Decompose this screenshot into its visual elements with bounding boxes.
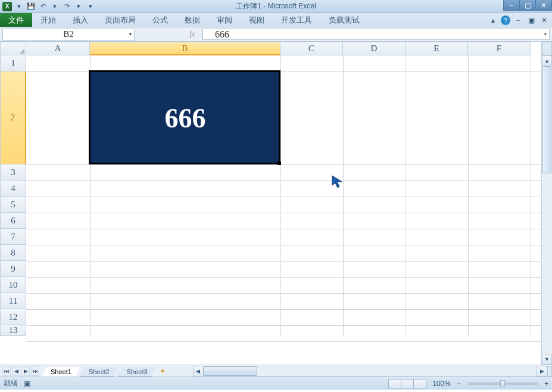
sheet-nav-last-icon[interactable]: ⏭ bbox=[31, 366, 39, 376]
ribbon-tab-home[interactable]: 开始 bbox=[32, 13, 64, 27]
save-icon[interactable]: 💾 bbox=[26, 2, 36, 11]
sheet-tabs-row: ⏮ ◀ ▶ ⏭ Sheet1 Sheet2 Sheet3 ✦ ◀ ▶ bbox=[0, 365, 552, 377]
new-sheet-icon[interactable]: ✦ bbox=[156, 365, 169, 377]
zoom-slider[interactable] bbox=[467, 382, 538, 385]
qat-dropdown-icon[interactable]: ▾ bbox=[14, 2, 24, 11]
name-box[interactable]: B2 ▼ bbox=[2, 29, 135, 41]
column-headers: A B C D E F bbox=[0, 42, 541, 55]
ribbon-tab-insert[interactable]: 插入 bbox=[64, 13, 96, 27]
row-header-6[interactable]: 6 bbox=[0, 213, 26, 229]
redo-dropdown-icon[interactable]: ▾ bbox=[74, 2, 83, 11]
status-ready: 就绪 bbox=[4, 378, 18, 388]
file-tab[interactable]: 文件 bbox=[0, 13, 32, 27]
col-header-d[interactable]: D bbox=[343, 42, 406, 55]
status-bar: 就绪 ▣ 100% − + bbox=[0, 377, 552, 390]
sheet-nav-prev-icon[interactable]: ◀ bbox=[12, 366, 20, 376]
formula-row: B2 ▼ fx 666 ▾ bbox=[0, 27, 552, 42]
ribbon: 文件 开始 插入 页面布局 公式 数据 审阅 视图 开发工具 负载测试 ▴ ? … bbox=[0, 13, 552, 27]
scroll-right-icon[interactable]: ▶ bbox=[537, 366, 547, 377]
cell-grid[interactable]: 666 bbox=[26, 55, 541, 336]
sheet-area: A B C D E F 1 2 3 4 5 6 7 8 9 10 11 12 1… bbox=[0, 42, 552, 365]
name-box-value: B2 bbox=[63, 29, 74, 39]
view-page-layout-icon[interactable] bbox=[401, 379, 414, 388]
cell-b2[interactable]: 666 bbox=[90, 71, 280, 164]
row-header-13[interactable]: 13 bbox=[0, 325, 26, 336]
sheet-tab-2[interactable]: Sheet2 bbox=[80, 367, 118, 377]
col-header-c[interactable]: C bbox=[280, 42, 343, 55]
formula-expand-icon[interactable]: ▾ bbox=[544, 32, 547, 37]
col-header-a[interactable]: A bbox=[26, 42, 90, 55]
row-header-4[interactable]: 4 bbox=[0, 181, 26, 197]
hscroll-thumb[interactable] bbox=[204, 366, 257, 376]
vertical-scrollbar[interactable]: ▲ ▼ bbox=[541, 42, 552, 365]
macro-record-icon[interactable]: ▣ bbox=[24, 379, 30, 388]
ribbon-tab-load-test[interactable]: 负载测试 bbox=[320, 13, 368, 27]
close-button[interactable]: ✕ bbox=[535, 0, 552, 11]
view-page-break-icon[interactable] bbox=[413, 379, 426, 388]
sheet-tab-3[interactable]: Sheet3 bbox=[118, 367, 157, 377]
undo-dropdown-icon[interactable]: ▾ bbox=[50, 2, 60, 11]
horizontal-scrollbar[interactable]: ◀ ▶ bbox=[193, 365, 552, 377]
minimize-button[interactable]: − bbox=[503, 0, 520, 11]
zoom-out-icon[interactable]: − bbox=[457, 379, 461, 388]
scroll-up-icon[interactable]: ▲ bbox=[542, 55, 552, 66]
row-header-8[interactable]: 8 bbox=[0, 245, 26, 261]
undo-icon[interactable]: ↶ bbox=[38, 2, 48, 11]
row-header-11[interactable]: 11 bbox=[0, 293, 26, 309]
ribbon-tab-formulas[interactable]: 公式 bbox=[144, 13, 176, 27]
qat-customize-icon[interactable]: ▾ bbox=[86, 2, 95, 11]
ribbon-tab-data[interactable]: 数据 bbox=[176, 13, 208, 27]
sheet-tab-1[interactable]: Sheet1 bbox=[42, 367, 80, 377]
workbook-restore-icon[interactable]: ▣ bbox=[526, 15, 537, 26]
window-title: 工作簿1 - Microsoft Excel bbox=[236, 1, 316, 11]
split-handle-right[interactable] bbox=[547, 366, 552, 377]
scroll-left-icon[interactable]: ◀ bbox=[193, 366, 204, 377]
col-header-e[interactable]: E bbox=[406, 42, 468, 55]
help-icon[interactable]: ? bbox=[501, 15, 510, 25]
formula-bar[interactable]: 666 ▾ bbox=[202, 29, 550, 40]
title-bar: X ▾ 💾 ↶ ▾ ↷ ▾ ▾ 工作簿1 - Microsoft Excel −… bbox=[0, 0, 552, 13]
redo-icon[interactable]: ↷ bbox=[62, 2, 71, 11]
formula-value: 666 bbox=[215, 29, 229, 40]
name-box-dropdown-icon[interactable]: ▼ bbox=[128, 32, 133, 37]
sheet-nav-next-icon[interactable]: ▶ bbox=[21, 366, 30, 376]
row-header-7[interactable]: 7 bbox=[0, 229, 26, 245]
maximize-button[interactable]: ▢ bbox=[519, 0, 536, 11]
vscroll-thumb[interactable] bbox=[542, 66, 551, 173]
excel-icon: X bbox=[2, 2, 12, 11]
scroll-down-icon[interactable]: ▼ bbox=[542, 354, 552, 365]
row-header-3[interactable]: 3 bbox=[0, 164, 26, 181]
ribbon-tab-view[interactable]: 视图 bbox=[241, 13, 273, 27]
minimize-ribbon-icon[interactable]: ▴ bbox=[488, 15, 498, 26]
row-headers: 1 2 3 4 5 6 7 8 9 10 11 12 13 bbox=[0, 55, 26, 336]
select-all-corner[interactable] bbox=[0, 42, 26, 55]
row-header-12[interactable]: 12 bbox=[0, 309, 26, 325]
ribbon-tab-review[interactable]: 审阅 bbox=[208, 13, 241, 27]
col-header-b[interactable]: B bbox=[90, 42, 280, 55]
row-header-5[interactable]: 5 bbox=[0, 197, 26, 213]
row-header-1[interactable]: 1 bbox=[0, 55, 26, 71]
zoom-in-icon[interactable]: + bbox=[544, 379, 548, 388]
split-handle-top[interactable] bbox=[542, 42, 552, 55]
ribbon-tab-developer[interactable]: 开发工具 bbox=[273, 13, 320, 27]
row-header-10[interactable]: 10 bbox=[0, 277, 26, 293]
hscroll-track[interactable] bbox=[204, 366, 537, 377]
sheet-nav-first-icon[interactable]: ⏮ bbox=[2, 366, 11, 376]
row-header-9[interactable]: 9 bbox=[0, 261, 26, 277]
row-header-2[interactable]: 2 bbox=[0, 71, 26, 164]
workbook-minimize-icon[interactable]: − bbox=[513, 15, 523, 26]
ribbon-tab-page-layout[interactable]: 页面布局 bbox=[96, 13, 144, 27]
col-header-f[interactable]: F bbox=[468, 42, 531, 55]
zoom-slider-thumb[interactable] bbox=[500, 380, 505, 387]
view-normal-icon[interactable] bbox=[388, 379, 401, 388]
zoom-level[interactable]: 100% bbox=[432, 379, 451, 388]
fx-icon[interactable]: fx bbox=[188, 30, 197, 39]
workbook-close-icon[interactable]: ✕ bbox=[539, 15, 550, 26]
